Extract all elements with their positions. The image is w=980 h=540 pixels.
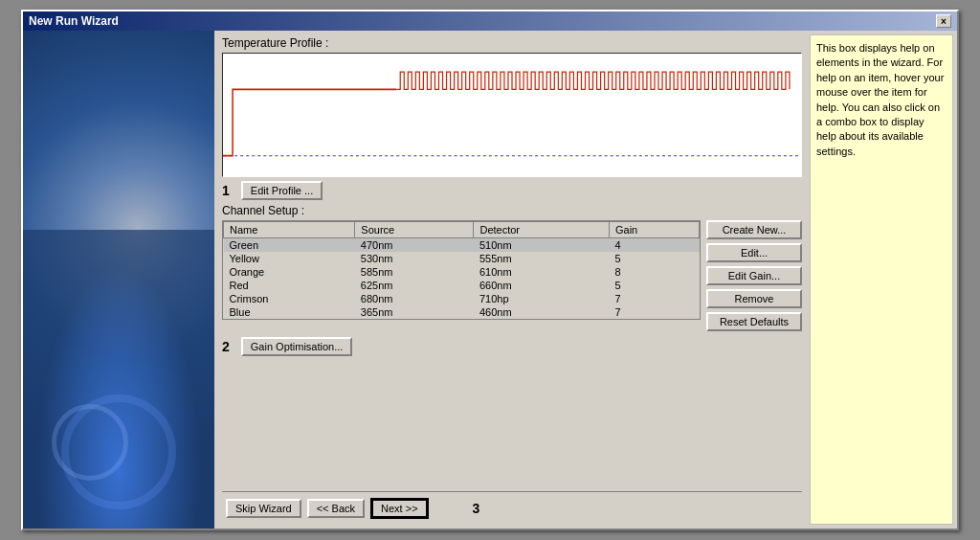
deco-circle-2 xyxy=(52,404,128,481)
title-bar-buttons: × xyxy=(936,14,951,28)
cell-detector: 710hp xyxy=(474,292,610,305)
table-row[interactable]: Green470nm510nm4 xyxy=(224,238,700,253)
temp-profile-label: Temperature Profile : xyxy=(222,36,802,50)
temp-profile-section: Temperature Profile : xyxy=(222,36,802,200)
cell-detector: 555nm xyxy=(474,252,610,265)
channel-action-buttons: Create New... Edit... Edit Gain... Remov… xyxy=(706,220,802,331)
cell-source: 470nm xyxy=(355,238,474,253)
col-header-name: Name xyxy=(224,222,355,238)
channel-table: Name Source Detector Gain Green470nm510n… xyxy=(223,221,700,319)
gain-optimisation-button[interactable]: Gain Optimisation... xyxy=(241,337,353,356)
close-button[interactable]: × xyxy=(936,14,951,28)
cell-gain: 5 xyxy=(609,279,699,292)
cell-name: Orange xyxy=(224,265,355,279)
left-decorative-panel xyxy=(23,31,214,529)
title-bar: New Run Wizard × xyxy=(23,11,957,31)
table-row[interactable]: Orange585nm610nm8 xyxy=(224,265,700,279)
remove-button[interactable]: Remove xyxy=(706,289,802,308)
cell-source: 680nm xyxy=(355,292,474,305)
table-row[interactable]: Crimson680nm710hp7 xyxy=(224,292,700,305)
col-header-gain: Gain xyxy=(609,222,699,238)
cell-gain: 7 xyxy=(609,292,699,305)
marker-1: 1 xyxy=(222,183,230,198)
cell-name: Green xyxy=(224,238,355,253)
cell-name: Blue xyxy=(224,305,355,319)
temp-profile-chart xyxy=(222,53,802,177)
marker-2: 2 xyxy=(222,339,230,354)
table-row[interactable]: Blue365nm460nm7 xyxy=(224,305,700,319)
reset-defaults-button[interactable]: Reset Defaults xyxy=(706,312,802,331)
edit-profile-button[interactable]: Edit Profile ... xyxy=(241,181,323,200)
cell-detector: 460nm xyxy=(474,305,610,319)
col-header-source: Source xyxy=(355,222,474,238)
cell-source: 625nm xyxy=(355,279,474,292)
footer-row: Skip Wizard << Back Next >> 3 xyxy=(222,491,802,523)
cell-source: 585nm xyxy=(355,265,474,279)
channel-layout: Name Source Detector Gain Green470nm510n… xyxy=(222,220,802,331)
channel-table-container: Name Source Detector Gain Green470nm510n… xyxy=(222,220,701,320)
cell-gain: 8 xyxy=(609,265,699,279)
cell-source: 530nm xyxy=(355,252,474,265)
cell-detector: 610nm xyxy=(474,265,610,279)
skip-wizard-button[interactable]: Skip Wizard xyxy=(226,499,301,518)
channel-setup-section: Channel Setup : Name Source Detector Gai… xyxy=(222,204,802,487)
back-button[interactable]: << Back xyxy=(307,499,365,518)
edit-profile-row: 1 Edit Profile ... xyxy=(222,181,802,200)
cell-detector: 510nm xyxy=(474,238,610,253)
channel-setup-label: Channel Setup : xyxy=(222,204,802,217)
main-content: Temperature Profile : xyxy=(214,31,810,529)
help-panel: This box displays help on elements in th… xyxy=(810,34,953,525)
table-row[interactable]: Yellow530nm555nm5 xyxy=(224,252,700,265)
next-button[interactable]: Next >> xyxy=(370,498,429,519)
chart-svg xyxy=(223,54,801,176)
cell-gain: 7 xyxy=(609,305,699,319)
cell-source: 365nm xyxy=(355,305,474,319)
cell-name: Yellow xyxy=(224,252,355,265)
edit-button[interactable]: Edit... xyxy=(706,243,802,262)
cell-name: Crimson xyxy=(224,292,355,305)
gain-optimisation-row: 2 Gain Optimisation... xyxy=(222,337,802,356)
edit-gain-button[interactable]: Edit Gain... xyxy=(706,266,802,285)
cell-gain: 5 xyxy=(609,252,699,265)
help-text: This box displays help on elements in th… xyxy=(816,42,944,157)
main-window: New Run Wizard × Temperature Profile : xyxy=(21,10,959,530)
col-header-detector: Detector xyxy=(474,222,610,238)
cell-detector: 660nm xyxy=(474,279,610,292)
cell-name: Red xyxy=(224,279,355,292)
create-new-button[interactable]: Create New... xyxy=(706,220,802,239)
table-row[interactable]: Red625nm660nm5 xyxy=(224,279,700,292)
marker-3: 3 xyxy=(473,501,480,516)
cell-gain: 4 xyxy=(609,238,699,253)
window-title: New Run Wizard xyxy=(29,14,119,28)
